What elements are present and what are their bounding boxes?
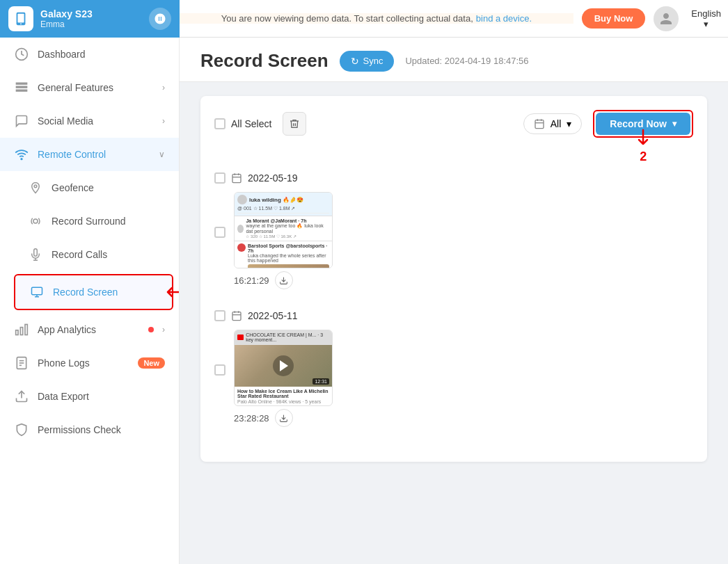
chevron-right-icon-3: › xyxy=(162,325,165,335)
record-now-wrapper: Record Now ▾ 2 xyxy=(593,110,693,138)
svg-point-2 xyxy=(20,23,22,24)
device-info: Galaxy S23 Emma xyxy=(40,8,142,29)
svg-rect-5 xyxy=(17,86,27,88)
record-meta-1: 16:21:29 xyxy=(234,271,333,289)
location-icon xyxy=(28,180,43,195)
download-icon-1 xyxy=(279,276,288,285)
record-checkbox-2[interactable] xyxy=(214,364,225,376)
date-checkbox-1[interactable] xyxy=(214,172,225,184)
annotation-2-wrapper: 2 xyxy=(635,129,651,164)
date-filter[interactable]: All ▾ xyxy=(523,113,583,134)
annotation-label-2: 2 xyxy=(640,150,647,164)
svg-point-9 xyxy=(33,219,38,223)
svg-point-7 xyxy=(21,159,22,160)
record-checkbox-1[interactable] xyxy=(214,227,225,238)
sidebar-item-phone-logs[interactable]: Phone Logs New xyxy=(0,346,179,380)
delete-button[interactable] xyxy=(283,112,306,136)
remote-sub-menu: Geofence Record Surround Record Ca xyxy=(0,171,179,313)
all-select-checkbox[interactable] xyxy=(214,118,225,129)
record-card: All Select All ▾ xyxy=(200,96,707,462)
all-select-label: All Select xyxy=(231,118,271,129)
chevron-right-icon: › xyxy=(162,83,165,92)
geofence-label: Geofence xyxy=(52,182,165,193)
calendar-icon xyxy=(534,118,545,129)
device-icon xyxy=(8,6,33,31)
date-label-2: 2022-05-11 xyxy=(214,310,693,321)
bind-device-link[interactable]: bind a device. xyxy=(476,13,532,24)
list-icon xyxy=(14,80,29,95)
dot-badge xyxy=(148,327,154,332)
device-name: Galaxy S23 xyxy=(40,8,142,19)
sidebar-item-app-analytics[interactable]: App Analytics › xyxy=(0,313,179,346)
record-calls-label: Record Calls xyxy=(52,249,165,260)
date-label-1: 2022-05-19 xyxy=(214,172,693,184)
device-header: Galaxy S23 Emma xyxy=(0,0,180,38)
sidebar-item-permissions-check[interactable]: Permissions Check xyxy=(0,413,179,446)
phone-device-icon xyxy=(13,11,29,26)
wifi-icon xyxy=(14,147,29,162)
sidebar-item-remote-control[interactable]: Remote Control ∨ xyxy=(0,138,179,171)
screen-icon xyxy=(29,284,45,300)
record-panel: All Select All ▾ xyxy=(180,82,728,564)
notification-bar: You are now viewing demo data. To start … xyxy=(180,13,573,24)
device-switch-button[interactable] xyxy=(149,8,171,30)
sidebar-item-dashboard[interactable]: Dashboard xyxy=(0,38,179,71)
updated-timestamp: Updated: 2024-04-19 18:47:56 xyxy=(405,56,528,66)
record-time-2: 23:28:28 xyxy=(234,413,269,424)
new-badge: New xyxy=(138,357,165,369)
annotation-1-wrapper: 1 xyxy=(162,284,180,300)
shield-icon xyxy=(14,422,29,437)
date-value-1: 2022-05-19 xyxy=(248,172,298,184)
record-meta-2: 23:28:28 xyxy=(234,409,333,427)
record-toolbar: All Select All ▾ xyxy=(214,110,693,138)
record-thumbnail-2: CHOCOLATE ICE CREAM | M... · 3 key momen… xyxy=(234,330,333,406)
app-analytics-label: App Analytics xyxy=(38,324,140,335)
sidebar-item-general-features[interactable]: General Features › xyxy=(0,71,179,104)
chevron-right-icon-2: › xyxy=(162,116,165,126)
svg-rect-32 xyxy=(232,312,241,321)
svg-rect-16 xyxy=(20,328,22,335)
sidebar-item-geofence[interactable]: Geofence xyxy=(14,171,179,204)
svg-rect-4 xyxy=(17,83,27,84)
filter-value: All xyxy=(551,118,562,129)
language-selector[interactable]: English ▾ xyxy=(684,8,728,29)
sidebar-item-record-surround[interactable]: Record Surround xyxy=(14,204,179,238)
calendar-icon-2 xyxy=(231,172,242,184)
svg-rect-23 xyxy=(535,120,544,129)
mic-icon xyxy=(28,247,43,262)
sidebar-item-record-calls[interactable]: Record Calls xyxy=(14,238,179,271)
record-item-2: CHOCOLATE ICE CREAM | M... · 3 key momen… xyxy=(214,330,693,434)
svg-rect-1 xyxy=(17,13,24,22)
sidebar-item-record-screen[interactable]: Record Screen xyxy=(15,275,172,309)
download-button-1[interactable] xyxy=(275,271,293,289)
arrow-up-icon xyxy=(635,129,651,150)
record-surround-label: Record Surround xyxy=(52,216,165,227)
buy-now-button[interactable]: Buy Now xyxy=(582,8,646,29)
general-features-label: General Features xyxy=(38,82,154,93)
date-group-1: 2022-05-19 luka wilding 🔥🤌😍 xyxy=(214,172,693,296)
device-user: Emma xyxy=(40,19,142,29)
download-button-2[interactable] xyxy=(275,409,293,427)
chevron-down-icon: ∨ xyxy=(159,150,165,159)
permissions-check-label: Permissions Check xyxy=(38,424,165,435)
sidebar: Dashboard General Features › Social Medi… xyxy=(0,38,180,564)
user-icon xyxy=(659,12,673,26)
sidebar-item-data-export[interactable]: Data Export xyxy=(0,380,179,413)
phone-logs-label: Phone Logs xyxy=(38,357,129,369)
record-item-1: luka wilding 🔥🤌😍 @ 001 ☆ 11.5M ♡ 1.8M ↗ … xyxy=(214,192,693,296)
trash-icon xyxy=(289,118,300,129)
page-title: Record Screen xyxy=(200,50,329,72)
date-value-2: 2022-05-11 xyxy=(248,310,298,321)
record-now-chevron-icon: ▾ xyxy=(672,119,676,129)
phone-log-icon xyxy=(14,355,29,371)
data-export-label: Data Export xyxy=(38,391,165,402)
svg-rect-17 xyxy=(16,330,18,335)
record-thumbnail-1: luka wilding 🔥🤌😍 @ 001 ☆ 11.5M ♡ 1.8M ↗ … xyxy=(234,192,333,268)
sidebar-item-social-media[interactable]: Social Media › xyxy=(0,104,179,138)
sync-button[interactable]: ↻ Sync xyxy=(340,51,395,72)
all-select-control: All Select xyxy=(214,118,271,129)
remote-control-label: Remote Control xyxy=(38,149,150,160)
svg-rect-12 xyxy=(32,287,42,295)
user-avatar[interactable] xyxy=(654,6,679,31)
date-checkbox-2[interactable] xyxy=(214,310,225,321)
